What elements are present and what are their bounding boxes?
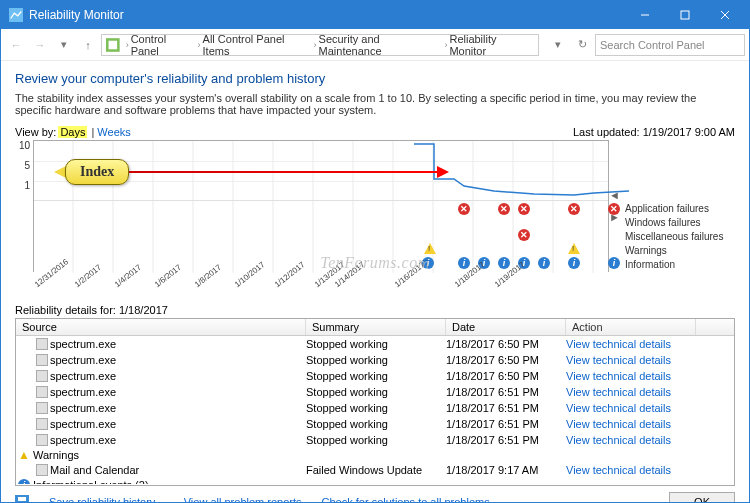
- table-row[interactable]: spectrum.exeStopped working1/18/2017 6:5…: [16, 352, 734, 368]
- breadcrumb-item[interactable]: Control Panel: [131, 33, 196, 57]
- y-axis: 10 5 1: [15, 140, 33, 272]
- info-marker[interactable]: i: [458, 257, 470, 269]
- error-marker[interactable]: ✕: [568, 203, 580, 215]
- ok-button[interactable]: OK: [669, 492, 735, 503]
- up-button[interactable]: ↑: [77, 34, 99, 56]
- warning-marker[interactable]: !: [568, 243, 580, 254]
- action-link[interactable]: View technical details: [566, 418, 696, 430]
- viewby-label: View by:: [15, 126, 56, 138]
- chart-line-area: Index: [34, 141, 608, 201]
- details-label: Reliability details for: 1/18/2017: [15, 304, 735, 316]
- info-marker[interactable]: i: [568, 257, 580, 269]
- maximize-button[interactable]: [665, 1, 705, 29]
- index-callout: Index: [54, 159, 439, 185]
- error-marker[interactable]: ✕: [498, 203, 510, 215]
- search-placeholder: Search Control Panel: [600, 39, 705, 51]
- save-icon: [15, 495, 29, 503]
- table-row[interactable]: spectrum.exeStopped working1/18/2017 6:5…: [16, 336, 734, 352]
- arrow-annotation: [129, 171, 439, 173]
- svg-rect-6: [109, 40, 118, 49]
- action-link[interactable]: View technical details: [566, 354, 696, 366]
- table-body[interactable]: spectrum.exeStopped working1/18/2017 6:5…: [16, 336, 734, 484]
- error-marker[interactable]: ✕: [518, 203, 530, 215]
- forward-button[interactable]: →: [29, 34, 51, 56]
- error-marker[interactable]: ✕: [458, 203, 470, 215]
- error-marker[interactable]: ✕: [518, 229, 530, 241]
- close-button[interactable]: [705, 1, 745, 29]
- chart-row-labels: Application failures Windows failures Mi…: [619, 140, 735, 272]
- breadcrumb[interactable]: › Control Panel › All Control Panel Item…: [101, 34, 539, 56]
- group-header-info: iInformational events (2): [16, 478, 734, 484]
- warning-marker[interactable]: !: [424, 243, 436, 254]
- action-link[interactable]: View technical details: [566, 402, 696, 414]
- action-link[interactable]: View technical details: [566, 386, 696, 398]
- action-link[interactable]: View technical details: [566, 464, 696, 476]
- table-row[interactable]: spectrum.exeStopped working1/18/2017 6:5…: [16, 432, 734, 448]
- svg-rect-2: [681, 11, 689, 19]
- breadcrumb-item[interactable]: Reliability Monitor: [449, 33, 534, 57]
- page-subtext: The stability index assesses your system…: [15, 92, 735, 116]
- table-row[interactable]: Mail and CalendarFailed Windows Update1/…: [16, 462, 734, 478]
- viewby-weeks[interactable]: Weeks: [91, 126, 130, 138]
- page-heading: Review your computer's reliability and p…: [15, 71, 735, 86]
- stability-chart: 10 5 1 Index ✕ ✕: [15, 140, 735, 272]
- x-axis: 12/31/2016 1/2/2017 1/4/2017 1/6/2017 1/…: [33, 272, 735, 300]
- view-all-link[interactable]: View all problem reports: [184, 496, 302, 503]
- nav-bar: ← → ▾ ↑ › Control Panel › All Control Pa…: [1, 29, 749, 61]
- breadcrumb-item[interactable]: All Control Panel Items: [203, 33, 312, 57]
- table-row[interactable]: spectrum.exeStopped working1/18/2017 6:5…: [16, 400, 734, 416]
- app-icon: [9, 8, 23, 22]
- content-area: Review your computer's reliability and p…: [1, 61, 749, 488]
- chart-body[interactable]: Index ✕ ✕ ✕ ✕ ✕ ✕ ! ! i i i i: [33, 140, 609, 272]
- breadcrumb-item[interactable]: Security and Maintenance: [319, 33, 443, 57]
- search-input[interactable]: Search Control Panel: [595, 34, 745, 56]
- info-marker[interactable]: i: [538, 257, 550, 269]
- check-solutions-link[interactable]: Check for solutions to all problems ...: [322, 496, 502, 503]
- table-header: Source Summary Date Action: [16, 319, 734, 336]
- recent-dropdown[interactable]: ▾: [53, 34, 75, 56]
- table-row[interactable]: spectrum.exeStopped working1/18/2017 6:5…: [16, 368, 734, 384]
- action-link[interactable]: View technical details: [566, 370, 696, 382]
- details-table: Source Summary Date Action spectrum.exeS…: [15, 318, 735, 486]
- minimize-button[interactable]: [625, 1, 665, 29]
- group-header-warnings: ▲Warnings: [16, 448, 734, 462]
- table-row[interactable]: spectrum.exeStopped working1/18/2017 6:5…: [16, 416, 734, 432]
- footer: Save reliability history... View all pro…: [1, 488, 749, 503]
- save-link[interactable]: Save reliability history...: [49, 496, 164, 503]
- last-updated: Last updated: 1/19/2017 9:00 AM: [573, 126, 735, 138]
- action-link[interactable]: View technical details: [566, 434, 696, 446]
- refresh-button[interactable]: ↻: [571, 34, 593, 56]
- info-marker[interactable]: i: [498, 257, 510, 269]
- action-link[interactable]: View technical details: [566, 338, 696, 350]
- table-row[interactable]: spectrum.exeStopped working1/18/2017 6:5…: [16, 384, 734, 400]
- window-title: Reliability Monitor: [29, 8, 625, 22]
- control-panel-icon: [106, 38, 120, 52]
- breadcrumb-dropdown[interactable]: ▾: [547, 34, 569, 56]
- title-bar: Reliability Monitor: [1, 1, 749, 29]
- info-marker[interactable]: i: [608, 257, 620, 269]
- error-marker[interactable]: ✕: [608, 203, 620, 215]
- back-button[interactable]: ←: [5, 34, 27, 56]
- svg-rect-8: [18, 497, 26, 501]
- viewby-days[interactable]: Days: [58, 126, 87, 138]
